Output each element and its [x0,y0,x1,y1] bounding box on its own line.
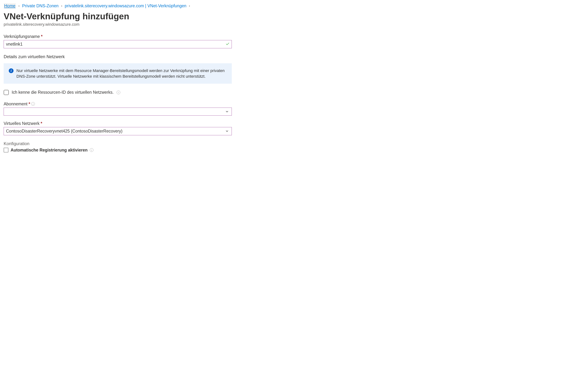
chevron-down-icon [225,129,229,133]
vnet-select[interactable]: ContosoDisasterRecoveryvnet425 (ContosoD… [4,127,232,135]
page-title: VNet-Verknüpfung hinzufügen [4,11,582,21]
info-icon: i [9,68,14,73]
breadcrumb-private-dns-zones[interactable]: Private DNS-Zonen [22,3,58,9]
form: Verknüpfungsname * Details zum virtuelle… [4,34,232,152]
auto-registration-checkbox[interactable] [4,148,9,152]
subscription-select[interactable] [4,108,232,116]
know-resource-id-row: Ich kenne die Ressourcen-ID des virtuell… [4,90,232,95]
required-indicator: * [41,121,42,126]
chevron-down-icon [225,110,229,114]
link-name-input[interactable] [4,40,232,48]
breadcrumb: Home Private DNS-Zonen privatelink.siter… [4,3,582,9]
subscription-label: Abonnement * i [4,102,232,106]
vnet-label: Virtuelles Netzwerk * [4,121,232,126]
page-subtitle: privatelink.siterecovery.windowsazure.co… [4,22,582,27]
link-name-label-text: Verknüpfungsname [4,34,40,39]
required-indicator: * [29,102,30,106]
know-resource-id-label: Ich kenne die Ressourcen-ID des virtuell… [12,90,114,95]
chevron-right-icon [60,4,63,8]
vnet-value: ContosoDisasterRecoveryvnet425 (ContosoD… [6,129,122,134]
breadcrumb-zone-vnet-links[interactable]: privatelink.siterecovery.windowsazure.co… [65,3,186,9]
subscription-label-text: Abonnement [4,102,27,106]
info-box: i Nur virtuelle Netzwerke mit dem Resour… [4,63,232,84]
chevron-right-icon [18,4,20,8]
vnet-details-heading: Details zum virtuellen Netzwerk [4,54,232,59]
info-message: Nur virtuelle Netzwerke mit dem Resource… [17,68,227,79]
config-heading: Konfiguration [4,141,232,146]
help-icon[interactable]: i [31,102,35,106]
know-resource-id-checkbox[interactable] [4,90,9,95]
auto-registration-row: Automatische Registrierung aktivieren i [4,148,232,152]
help-icon[interactable]: i [90,148,93,152]
required-indicator: * [41,34,43,39]
auto-registration-label: Automatische Registrierung aktivieren [11,148,88,152]
valid-check-icon [225,42,230,47]
link-name-label: Verknüpfungsname * [4,34,232,39]
vnet-label-text: Virtuelles Netzwerk [4,121,40,126]
chevron-right-icon [188,4,191,8]
breadcrumb-home[interactable]: Home [4,3,16,9]
help-icon[interactable]: i [117,90,120,94]
